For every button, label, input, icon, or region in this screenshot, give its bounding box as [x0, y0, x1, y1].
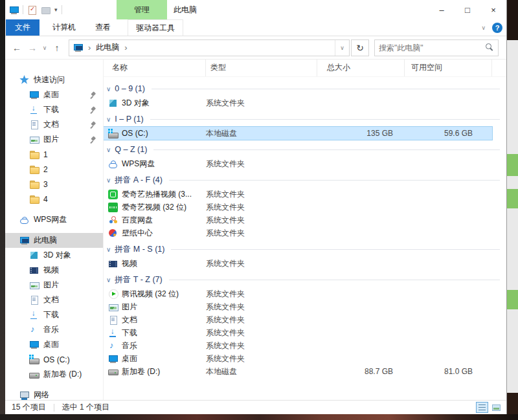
table-row[interactable]: 爱奇艺视频 (32 位)系统文件夹 [104, 201, 492, 214]
sidebar-item-cube[interactable]: 3D 对象 [5, 248, 103, 263]
table-row[interactable]: 百度网盘系统文件夹 [104, 214, 492, 227]
refresh-icon[interactable]: ↻ [351, 39, 369, 56]
file-free-space-cell: 59.6 GB [405, 129, 492, 138]
collapse-group-chevron-icon[interactable]: ∨ [106, 276, 111, 283]
file-name: 百度网盘 [122, 215, 153, 226]
search-input[interactable] [379, 43, 486, 52]
breadcrumb-chevron-icon[interactable]: › [123, 43, 128, 52]
address-dropdown-icon[interactable]: ∨ [335, 40, 349, 56]
group-name[interactable]: Q – Z (1) [115, 145, 147, 154]
doc-icon [108, 315, 118, 325]
column-header-1[interactable]: 名称 [104, 60, 206, 76]
sidebar-item-network[interactable]: 网络 [5, 388, 103, 400]
new-folder-icon[interactable] [41, 5, 51, 15]
ribbon-tab-3[interactable]: 查看 [87, 19, 118, 36]
table-row[interactable]: 爱奇艺热播视频 (3...系统文件夹 [104, 188, 492, 201]
group-name[interactable]: 拼音 M - S (1) [115, 244, 164, 255]
file-type-cell: 系统文件夹 [206, 340, 317, 351]
recent-locations-dropdown-icon[interactable]: ∨ [40, 39, 49, 56]
sidebar-item-download[interactable]: 下载 [5, 307, 103, 322]
column-header-3[interactable]: 总大小ˆ [317, 60, 405, 76]
sidebar-item-doc[interactable]: 文档 [5, 293, 103, 307]
thumbnails-view-button[interactable] [490, 402, 502, 413]
sidebar-item-folder[interactable]: 4 [5, 192, 103, 206]
folder-icon [29, 149, 39, 159]
help-icon[interactable]: ? [492, 23, 502, 33]
file-name-cell: 壁纸中心 [104, 228, 206, 239]
group-name[interactable]: I – P (1) [115, 115, 143, 124]
column-header-4[interactable]: 可用空间 [405, 60, 492, 76]
sidebar-item-music[interactable]: 音乐 [5, 322, 103, 337]
table-row[interactable]: 图片系统文件夹 [104, 300, 492, 313]
table-row[interactable]: 下载系统文件夹 [104, 326, 492, 339]
file-name: 桌面 [122, 353, 137, 364]
file-name: 壁纸中心 [122, 228, 153, 239]
table-row[interactable]: WPS网盘系统文件夹 [104, 157, 492, 170]
sidebar-item-pic[interactable]: 图片 [5, 132, 103, 147]
sidebar-item-label: 4 [43, 195, 48, 204]
table-row[interactable]: 桌面系统文件夹 [104, 352, 492, 365]
minimize-button[interactable]: – [429, 0, 455, 19]
collapse-group-chevron-icon[interactable]: ∨ [106, 85, 111, 93]
sidebar-item-download[interactable]: 下载 [5, 102, 103, 117]
details-view-button[interactable] [476, 402, 488, 413]
breadcrumb-chevron-icon[interactable]: › [87, 43, 92, 52]
pin-icon [89, 136, 96, 144]
up-icon[interactable]: ↑ [49, 39, 65, 56]
table-row[interactable]: 文档系统文件夹 [104, 313, 492, 326]
sidebar-item-folder[interactable]: 1 [5, 147, 103, 162]
table-row[interactable]: 3D 对象系统文件夹 [104, 96, 492, 109]
group-name[interactable]: 0 – 9 (1) [115, 84, 145, 93]
sidebar-item-label: 新加卷 (D:) [43, 369, 82, 380]
sidebar-item-drive[interactable]: 新加卷 (D:) [5, 367, 103, 382]
back-icon[interactable]: ← [9, 39, 25, 56]
table-row[interactable]: 视频系统文件夹 [104, 257, 492, 270]
table-row[interactable]: 音乐系统文件夹 [104, 339, 492, 352]
collapse-group-chevron-icon[interactable]: ∨ [106, 116, 111, 123]
sidebar-item-video[interactable]: 视频 [5, 263, 103, 278]
ribbon-tab-2[interactable]: 计算机 [45, 19, 84, 36]
ribbon-tab-4[interactable]: 驱动器工具 [128, 19, 183, 36]
table-row[interactable]: 壁纸中心系统文件夹 [104, 227, 492, 239]
close-button[interactable]: × [480, 0, 506, 19]
sidebar-item-desktop[interactable]: 桌面 [5, 87, 103, 102]
collapse-group-chevron-icon[interactable]: ∨ [106, 146, 111, 153]
breadcrumb[interactable]: › 此电脑 › ∨ [69, 39, 350, 56]
file-type-cell: 系统文件夹 [206, 215, 317, 226]
forward-icon[interactable]: → [25, 39, 40, 56]
group-name[interactable]: 拼音 A - F (4) [115, 175, 163, 186]
table-row[interactable]: 腾讯视频 (32 位)系统文件夹 [104, 287, 492, 300]
qat-customize-dropdown-icon[interactable]: ▾ [54, 6, 58, 13]
group-header: ∨I – P (1) [104, 111, 500, 127]
expand-ribbon-chevron-icon[interactable]: ∨ [481, 25, 486, 31]
search-box[interactable] [374, 39, 499, 56]
sidebar-item-star[interactable]: 快速访问 [5, 72, 103, 87]
file-size-cell: 88.7 GB [317, 367, 405, 376]
drive-c-icon [108, 129, 118, 138]
sidebar-item-pic[interactable]: 图片 [5, 278, 103, 293]
collapse-group-chevron-icon[interactable]: ∨ [106, 246, 111, 253]
file-name: 3D 对象 [122, 98, 150, 109]
sidebar-item-desktop[interactable]: 桌面 [5, 337, 103, 352]
sidebar-item-label: 图片 [43, 134, 59, 145]
sidebar-item-cloud[interactable]: WPS网盘 [5, 212, 103, 227]
table-row[interactable]: 新加卷 (D:)本地磁盘88.7 GB81.0 GB [104, 365, 492, 378]
properties-icon[interactable] [27, 5, 37, 15]
column-header-2[interactable]: 类型 [206, 60, 317, 76]
manage-context-tab[interactable]: 管理 [117, 0, 167, 19]
file-name: 爱奇艺热播视频 (3... [122, 189, 192, 200]
sidebar-item-drive-c[interactable]: OS (C:) [5, 352, 103, 367]
background-window-sliver [507, 0, 518, 420]
ribbon-tab-1[interactable]: 文件 [6, 19, 39, 36]
table-row[interactable]: OS (C:)本地磁盘135 GB59.6 GB [104, 127, 492, 140]
sidebar-item-label: 快速访问 [34, 74, 65, 85]
sidebar-item-folder[interactable]: 2 [5, 162, 103, 177]
collapse-group-chevron-icon[interactable]: ∨ [106, 177, 111, 184]
sidebar-item-doc[interactable]: 文档 [5, 117, 103, 132]
sidebar-item-folder[interactable]: 3 [5, 177, 103, 192]
iqiyi-icon [108, 190, 118, 199]
breadcrumb-root[interactable]: 此电脑 [96, 42, 119, 53]
sidebar-item-computer[interactable]: 此电脑 [5, 233, 103, 248]
maximize-button[interactable]: □ [455, 0, 480, 19]
group-name[interactable]: 拼音 T - Z (7) [115, 274, 162, 285]
